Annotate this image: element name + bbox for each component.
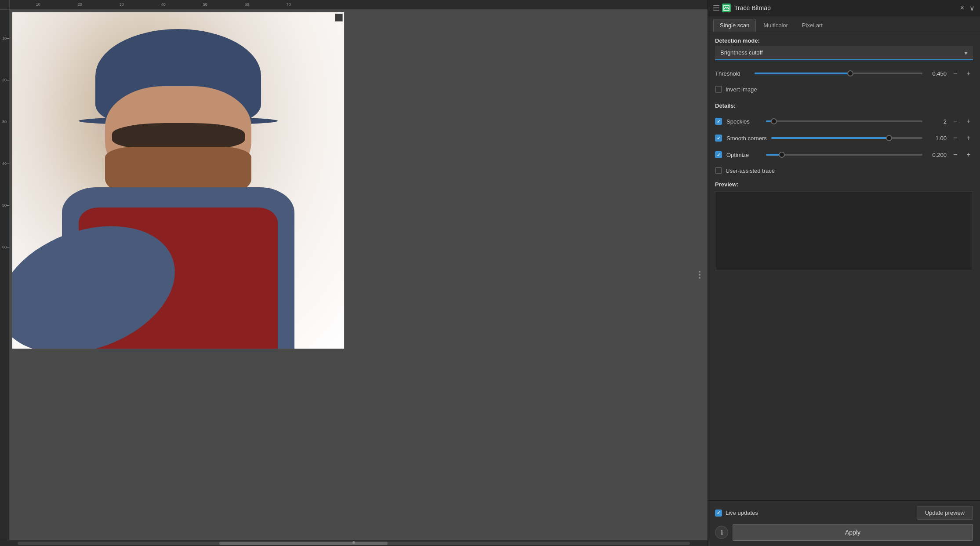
threshold-thumb[interactable] <box>847 70 853 76</box>
canvas-viewport[interactable] <box>10 10 708 540</box>
canvas-image <box>12 12 344 349</box>
ruler-left: 10 20 30 40 50 60 <box>0 10 10 540</box>
optimize-slider[interactable] <box>766 154 922 156</box>
speckles-row: ✓ Speckles 2 − + <box>715 117 973 126</box>
threshold-slider[interactable] <box>755 73 922 74</box>
panel-drag-icon <box>713 5 719 11</box>
ruler-tick-40: 40 <box>161 2 166 7</box>
ruler-tick-30: 30 <box>120 2 124 7</box>
speckles-checkbox[interactable]: ✓ <box>715 118 722 125</box>
invert-image-label: Invert image <box>726 86 757 93</box>
optimize-minus-button[interactable]: − <box>951 150 960 159</box>
optimize-row: ✓ Optimize 0.200 − + <box>715 150 973 159</box>
threshold-plus-button[interactable]: + <box>964 69 973 78</box>
dots-handle[interactable] <box>699 271 701 279</box>
smooth-corners-slider[interactable] <box>771 137 922 139</box>
tab-pixel-art[interactable]: Pixel art <box>795 19 829 32</box>
smooth-corners-minus-button[interactable]: − <box>951 134 960 142</box>
threshold-value: 0.450 <box>927 70 947 77</box>
ruler-left-tick-20: 20 <box>2 78 9 82</box>
photo-bg <box>12 12 344 349</box>
ruler-left-tick-10: 10 <box>2 36 9 40</box>
threshold-row: Threshold 0.450 − + <box>715 69 973 78</box>
speckles-slider[interactable] <box>766 120 922 122</box>
detection-mode-select[interactable]: Brightness cutoff Edge detection Color q… <box>715 46 973 60</box>
panel-footer: ✓ Live updates Update preview ℹ Apply <box>708 500 980 546</box>
live-updates-row: ✓ Live updates <box>715 510 758 517</box>
info-button[interactable]: ℹ <box>715 526 728 539</box>
preview-section: Preview: <box>715 181 973 495</box>
trace-bitmap-icon <box>723 5 730 11</box>
user-assisted-trace-checkbox[interactable] <box>715 167 722 174</box>
ruler-tick-20: 20 <box>78 2 82 7</box>
ruler-left-tick-40: 40 <box>2 161 9 166</box>
panel-title: Trace Bitmap <box>734 4 955 11</box>
invert-image-checkbox[interactable] <box>715 86 722 93</box>
speckles-plus-button[interactable]: + <box>964 117 973 126</box>
ruler-top: 10 20 30 40 50 60 70 <box>0 0 708 10</box>
ruler-left-tick-60: 60 <box>2 245 9 249</box>
footer-bottom: ℹ Apply <box>715 524 973 541</box>
panel-header: Trace Bitmap × ∨ <box>708 0 980 16</box>
smooth-corners-value: 1.00 <box>927 135 947 142</box>
panel-tabs: Single scan Multicolor Pixel art <box>708 16 980 32</box>
preview-area <box>715 191 973 270</box>
panel-expand-button[interactable]: ∨ <box>969 4 975 12</box>
tab-single-scan[interactable]: Single scan <box>713 19 756 32</box>
optimize-checkbox[interactable]: ✓ <box>715 151 722 158</box>
threshold-minus-button[interactable]: − <box>951 69 960 78</box>
smooth-corners-checkbox[interactable]: ✓ <box>715 135 722 142</box>
speckles-value: 2 <box>927 118 947 125</box>
smooth-corners-row: ✓ Smooth corners 1.00 − + <box>715 134 973 142</box>
ruler-left-tick-50: 50 <box>2 203 9 207</box>
user-assisted-trace-row: User-assisted trace <box>715 167 973 174</box>
footer-top: ✓ Live updates Update preview <box>715 506 973 520</box>
panel-body: Detection mode: Brightness cutoff Edge d… <box>708 32 980 500</box>
smooth-corners-plus-button[interactable]: + <box>964 134 973 142</box>
right-panel: Trace Bitmap × ∨ Single scan Multicolor … <box>708 0 980 546</box>
ruler-left-tick-30: 30 <box>2 120 9 124</box>
live-updates-label: Live updates <box>726 510 758 516</box>
canvas-image-wrapper <box>12 12 345 349</box>
apply-button[interactable]: Apply <box>733 524 973 541</box>
speckles-label: Speckles <box>726 118 762 125</box>
live-updates-checkbox[interactable]: ✓ <box>715 510 722 517</box>
threshold-fill <box>755 73 850 74</box>
detection-mode-label: Detection mode: <box>715 37 760 44</box>
scroll-thumb[interactable] <box>219 542 388 545</box>
user-assisted-trace-label: User-assisted trace <box>726 167 775 174</box>
optimize-value: 0.200 <box>927 152 947 158</box>
ruler-tick-60: 60 <box>245 2 249 7</box>
detection-mode-section: Detection mode: Brightness cutoff Edge d… <box>715 37 973 65</box>
ruler-tick-50: 50 <box>203 2 207 7</box>
person-glasses <box>112 123 245 150</box>
invert-image-row: Invert image <box>715 86 973 93</box>
canvas-body: 10 20 30 40 50 60 <box>0 10 708 540</box>
tab-multicolor[interactable]: Multicolor <box>757 19 795 32</box>
update-preview-button[interactable]: Update preview <box>917 506 973 520</box>
preview-label: Preview: <box>715 181 973 188</box>
ruler-tick-70: 70 <box>287 2 291 7</box>
optimize-plus-button[interactable]: + <box>964 150 973 159</box>
threshold-label: Threshold <box>715 70 750 77</box>
ruler-tick-10: 10 <box>36 2 40 7</box>
optimize-label: Optimize <box>726 152 762 158</box>
canvas-area: 10 20 30 40 50 60 70 10 20 30 40 <box>0 0 708 546</box>
details-label: Details: <box>715 102 973 109</box>
panel-close-button[interactable]: × <box>958 4 966 12</box>
scroll-bar-bottom <box>0 540 708 546</box>
smooth-corners-fill <box>771 137 889 139</box>
panel-icon <box>722 4 731 12</box>
smooth-corners-label: Smooth corners <box>726 135 767 142</box>
optimize-thumb[interactable] <box>779 152 785 158</box>
bottom-dot <box>352 541 355 544</box>
speckles-thumb[interactable] <box>771 118 777 124</box>
detection-mode-dropdown-wrapper: Brightness cutoff Edge detection Color q… <box>715 46 973 60</box>
canvas-corner-icon[interactable] <box>335 14 343 22</box>
smooth-corners-thumb[interactable] <box>886 135 892 141</box>
speckles-minus-button[interactable]: − <box>951 117 960 126</box>
